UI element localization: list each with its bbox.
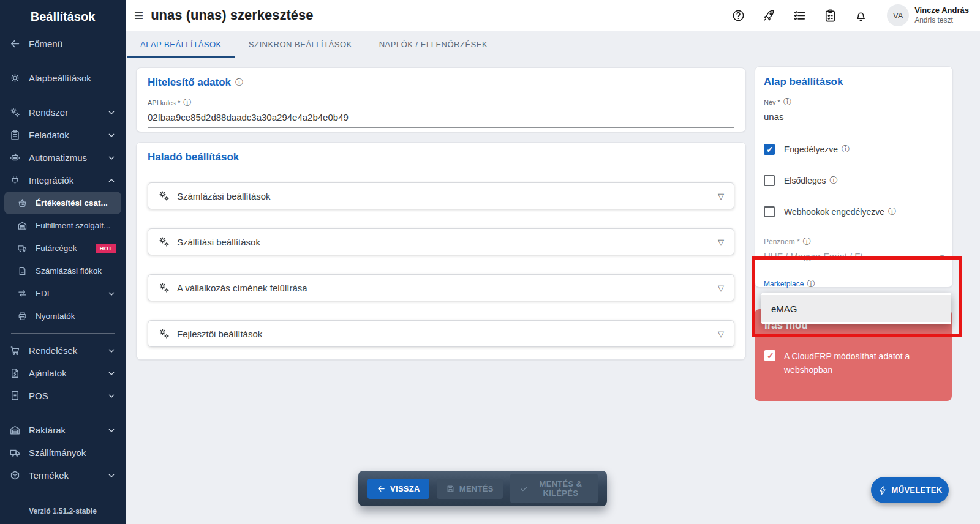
tab-szinkron-beallitasok[interactable]: SZINKRON BEÁLLÍTÁSOK — [235, 31, 366, 58]
save-button[interactable]: MENTÉS — [437, 479, 503, 499]
accordion-szallitasi-beallitasok[interactable]: Szállítási beállítások ▽ — [148, 228, 734, 255]
marketplace-dropdown: eMAG — [761, 293, 951, 324]
sidebar-title: Beállítások — [0, 0, 126, 32]
api-key-field[interactable]: 02fbaa9ce85d2d88daadc3a30a294e4a2b4e0b49 — [148, 112, 734, 128]
gears-icon — [9, 107, 21, 118]
sidebar-item-integraciok[interactable]: Integrációk — [0, 169, 126, 192]
checklist-icon[interactable] — [793, 9, 807, 23]
sidebar-item-rendelesek[interactable]: Rendelések — [0, 339, 126, 362]
sidebar-item-label: POS — [29, 391, 48, 401]
marketplace-option-emag[interactable]: eMAG — [761, 295, 951, 322]
actions-button-label: MŰVELETEK — [892, 485, 943, 495]
lightning-icon — [878, 485, 888, 495]
sidebar-item-label: Rendszer — [29, 107, 68, 118]
api-key-label: API kulcs * — [148, 99, 180, 107]
receipt-icon — [9, 390, 21, 402]
checkbox-label: Engedélyezve — [784, 144, 838, 154]
page-header: ≡ unas (unas) szerkesztése VA Vincze And… — [126, 0, 980, 31]
user-subtitle: Andris teszt — [914, 16, 969, 25]
checkbox-checked-icon — [764, 350, 775, 361]
document-icon — [17, 266, 28, 276]
sidebar-item-alapbeallitasok[interactable]: Alapbeállítások — [0, 67, 126, 89]
chevron-down-icon — [107, 289, 116, 299]
cart-icon — [9, 345, 21, 356]
truck-icon — [9, 447, 21, 458]
sidebar-item-label: Futárcégek — [36, 244, 77, 253]
hot-badge: HOT — [96, 244, 116, 253]
actions-button[interactable]: MŰVELETEK — [871, 477, 949, 503]
rocket-icon[interactable] — [762, 9, 776, 23]
settings-gears-icon — [158, 328, 170, 340]
warehouse-icon — [17, 220, 28, 231]
info-icon[interactable]: ⓘ — [807, 279, 815, 290]
checkbox-label: Elsődleges — [784, 176, 826, 185]
info-icon[interactable]: ⓘ — [783, 97, 791, 108]
sidebar-item-szallitmanyok[interactable]: Szállítmányok — [0, 441, 126, 464]
chevron-down-icon — [107, 130, 116, 140]
info-icon[interactable]: ⓘ — [842, 144, 850, 155]
clipboard-check-icon[interactable] — [823, 9, 837, 23]
action-bar: VISSZA MENTÉS MENTÉS & KILÉPÉS — [358, 471, 607, 506]
caret-down-icon: ▾ — [940, 252, 944, 261]
sidebar-item-feladatok[interactable]: Feladatok — [0, 124, 126, 146]
sidebar-item-nyomtatok[interactable]: Nyomtatók — [0, 305, 126, 328]
back-button-label: VISSZA — [390, 484, 420, 493]
save-and-exit-button[interactable]: MENTÉS & KILÉPÉS — [510, 474, 598, 503]
expand-triangle-icon: ▽ — [718, 192, 724, 201]
sidebar-item-termekek[interactable]: Termékek — [0, 464, 126, 487]
tab-alap-beallitasok[interactable]: ALAP BEÁLLÍTÁSOK — [127, 31, 235, 58]
sidebar-item-edi[interactable]: EDI — [0, 282, 126, 305]
arrow-left-icon — [377, 484, 386, 493]
version-label: Verzió 1.51.2-stable — [0, 507, 126, 515]
checkbox-clouderp-modosithat[interactable]: A CloudERP módosíthat adatot a webshopba… — [764, 350, 942, 376]
marketplace-label: Marketplace — [764, 280, 804, 288]
checkbox-webhookok[interactable]: Webhookok engedélyezveⓘ — [764, 206, 944, 217]
bell-icon[interactable] — [854, 9, 868, 23]
checkbox-elsodleges[interactable]: Elsődlegesⓘ — [764, 175, 944, 186]
advanced-settings-card: Haladó beállítások Számlázási beállításo… — [136, 142, 746, 360]
sidebar-item-pos[interactable]: POS — [0, 384, 126, 407]
checkbox-engedelyezve[interactable]: Engedélyezveⓘ — [764, 144, 944, 155]
sidebar-item-automatizmus[interactable]: Automatizmus — [0, 146, 126, 169]
sidebar-divider — [11, 61, 115, 61]
accordion-fejlesztoi-beallitasok[interactable]: Fejlesztői beállítások ▽ — [148, 320, 734, 347]
info-icon[interactable]: ⓘ — [803, 236, 811, 247]
help-icon[interactable] — [731, 9, 745, 23]
sidebar-item-fulfillment[interactable]: Fulfillment szolgált... — [0, 214, 126, 237]
chevron-down-icon — [107, 153, 116, 163]
chevron-down-icon — [107, 369, 116, 378]
accordion-cim-felulirasa[interactable]: A vállalkozás címének felülírása ▽ — [148, 274, 734, 301]
checkbox-checked-icon — [764, 144, 775, 155]
swap-icon — [17, 288, 28, 299]
user-menu[interactable]: VA Vincze András Andris teszt — [887, 4, 969, 26]
currency-value: HUF / Magyar Forint / Ft — [764, 251, 863, 261]
sidebar-item-futarcegek[interactable]: Futárcégek HOT — [0, 237, 126, 260]
info-icon[interactable]: ⓘ — [888, 206, 896, 217]
user-name: Vincze András — [914, 6, 969, 15]
sidebar-item-rendszer[interactable]: Rendszer — [0, 101, 126, 124]
info-icon[interactable]: ⓘ — [183, 97, 191, 108]
tab-naplok-ellenorzesek[interactable]: NAPLÓK / ELLENŐRZÉSEK — [366, 31, 501, 58]
chevron-up-icon — [107, 176, 116, 185]
sidebar-item-raktarak[interactable]: Raktárak — [0, 419, 126, 441]
sidebar-item-label: Alapbeállítások — [29, 73, 91, 83]
basic-settings-title: Alap beállítások — [764, 76, 944, 88]
basic-settings-card: Alap beállítások Név * ⓘ unas Engedélyez… — [755, 66, 953, 288]
sidebar-item-label: Rendelések — [29, 345, 77, 356]
accordion-szamlazasi-beallitasok[interactable]: Számlázási beállítások ▽ — [148, 182, 734, 209]
menu-icon[interactable]: ≡ — [134, 7, 143, 23]
sidebar-item-ertekesitesi-csatornak[interactable]: Értékesítési csat... — [4, 192, 121, 214]
sidebar-item-fomenu[interactable]: Főmenü — [0, 32, 126, 55]
info-icon[interactable]: ⓘ — [235, 77, 243, 88]
save-and-exit-button-label: MENTÉS & KILÉPÉS — [533, 479, 589, 498]
sidebar-item-label: Fulfillment szolgált... — [36, 221, 110, 230]
back-button[interactable]: VISSZA — [368, 479, 429, 499]
arrow-left-icon — [9, 38, 21, 50]
chevron-down-icon — [107, 346, 116, 356]
settings-sidebar: Beállítások Főmenü Alapbeállítások Rends… — [0, 0, 126, 524]
sidebar-item-szamlazasi-fiokok[interactable]: Számlázási fiókok — [0, 260, 126, 282]
info-icon[interactable]: ⓘ — [830, 175, 838, 186]
name-field[interactable]: unas — [764, 111, 944, 127]
sidebar-item-ajanlatok[interactable]: Ajánlatok — [0, 362, 126, 384]
advanced-title: Haladó beállítások — [148, 151, 239, 163]
